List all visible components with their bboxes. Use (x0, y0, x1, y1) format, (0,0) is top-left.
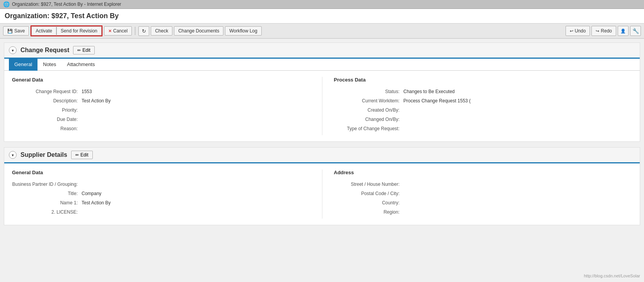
address-title: Address (334, 170, 632, 177)
toolbar-separator-1 (135, 27, 135, 35)
change-request-header: Change Request Edit (4, 43, 640, 59)
page-title: Organization: $927, Test Action By (5, 12, 119, 20)
supplier-details-section: Supplier Details Edit General Data Busin… (4, 147, 640, 225)
refresh-icon (142, 28, 146, 34)
field-status: Status: Changes to Be Executed (334, 89, 632, 94)
activate-button[interactable]: Activate (31, 26, 56, 36)
street-house-label: Street / House Number: (334, 182, 404, 187)
change-request-general-data: General Data Change Request ID: 1553 Des… (12, 77, 310, 135)
change-request-edit-button[interactable]: Edit (73, 46, 95, 54)
user-button[interactable] (618, 26, 629, 36)
save-icon (7, 28, 13, 34)
chevron-down-icon-2 (11, 153, 15, 157)
current-workitem-value: Process Change Request 1553 ( (404, 98, 471, 104)
changed-on-by-label: Changed On/By: (334, 117, 404, 122)
change-request-section: Change Request Edit General Notes Attach… (4, 42, 640, 142)
highlighted-button-group: Activate Send for Revision (31, 25, 102, 36)
browser-icon: 🌐 (3, 1, 10, 7)
change-request-form: General Data Change Request ID: 1553 Des… (4, 71, 640, 141)
save-button[interactable]: Save (3, 26, 29, 36)
undo-icon (570, 28, 573, 34)
refresh-button[interactable] (138, 26, 149, 36)
status-value: Changes to Be Executed (404, 89, 455, 94)
field-region: Region: (334, 209, 632, 215)
license-label: 2. LICENSE: (12, 209, 82, 215)
description-label: Description: (12, 98, 82, 104)
field-due-date: Due Date: (12, 117, 310, 122)
pencil-icon-2 (75, 152, 79, 158)
field-postal-code-city: Postal Code / City: (334, 191, 632, 196)
field-current-workitem: Current Workitem: Process Change Request… (334, 98, 632, 104)
process-data-title: Process Data (334, 77, 632, 84)
browser-title-bar: 🌐 Organization: $927, Test Action By - I… (0, 0, 644, 9)
status-label: Status: (334, 89, 404, 94)
settings-button[interactable]: 🔧 (630, 26, 641, 36)
general-data-title: General Data (12, 77, 310, 84)
tab-general[interactable]: General (9, 59, 37, 71)
due-date-label: Due Date: (12, 117, 82, 122)
title-value: Company (82, 191, 101, 196)
send-for-revision-button[interactable]: Send for Revision (56, 26, 102, 36)
field-changed-on-by: Changed On/By: (334, 117, 632, 122)
field-created-on-by: Created On/By: (334, 107, 632, 113)
redo-button[interactable]: Redo (591, 26, 616, 36)
field-change-request-id: Change Request ID: 1553 (12, 89, 310, 94)
field-name-1: Name 1: Test Action By (12, 200, 310, 206)
change-request-id-label: Change Request ID: (12, 89, 82, 94)
change-request-process-data: Process Data Status: Changes to Be Execu… (334, 77, 632, 135)
cancel-icon (108, 28, 112, 34)
reason-label: Reason: (12, 126, 82, 131)
tab-attachments[interactable]: Attachments (61, 59, 100, 71)
description-value: Test Action By (82, 98, 111, 104)
main-content: Change Request Edit General Notes Attach… (0, 39, 644, 234)
field-priority: Priority: (12, 107, 310, 113)
change-documents-button[interactable]: Change Documents (174, 26, 223, 36)
change-request-tabs: General Notes Attachments (4, 59, 640, 71)
change-request-id-value: 1553 (82, 89, 92, 94)
field-description: Description: Test Action By (12, 98, 310, 104)
supplier-details-title: Supplier Details (20, 151, 67, 158)
page-title-bar: Organization: $927, Test Action By (0, 9, 644, 24)
postal-code-city-label: Postal Code / City: (334, 191, 404, 196)
bp-id-grouping-label: Business Partner ID / Grouping: (12, 182, 82, 187)
cancel-button[interactable]: Cancel (104, 26, 132, 36)
field-reason: Reason: (12, 126, 310, 131)
check-button[interactable]: Check (151, 26, 172, 36)
field-license: 2. LICENSE: (12, 209, 310, 215)
undo-button[interactable]: Undo (566, 26, 590, 36)
field-title: Title: Company (12, 191, 310, 196)
priority-label: Priority: (12, 107, 82, 113)
supplier-address: Address Street / House Number: Postal Co… (334, 170, 632, 219)
supplier-general-data: General Data Business Partner ID / Group… (12, 170, 310, 219)
settings-icon: 🔧 (632, 28, 639, 34)
type-of-change-request-label: Type of Change Request: (334, 126, 404, 131)
country-label: Country: (334, 200, 404, 206)
redo-icon (596, 28, 599, 34)
change-request-collapse-btn[interactable] (9, 46, 17, 54)
toolbar-right: Undo Redo 🔧 (566, 26, 641, 36)
name-1-label: Name 1: (12, 200, 82, 206)
change-request-title: Change Request (20, 47, 69, 54)
region-label: Region: (334, 209, 404, 215)
field-country: Country: (334, 200, 632, 206)
field-bp-id-grouping: Business Partner ID / Grouping: (12, 182, 310, 187)
name-1-value: Test Action By (82, 200, 111, 206)
pencil-icon (77, 48, 81, 53)
browser-title: Organization: $927, Test Action By - Int… (12, 2, 121, 7)
supplier-details-collapse-btn[interactable] (9, 151, 17, 159)
chevron-down-icon (11, 48, 15, 53)
created-on-by-label: Created On/By: (334, 107, 404, 113)
title-label: Title: (12, 191, 82, 196)
user-icon (620, 28, 626, 34)
field-street-house: Street / House Number: (334, 182, 632, 187)
supplier-general-data-title: General Data (12, 170, 310, 177)
form-divider-1 (322, 77, 322, 135)
toolbar: Save Activate Send for Revision Cancel C… (0, 24, 644, 39)
field-type-of-change-request: Type of Change Request: (334, 126, 632, 131)
supplier-details-header: Supplier Details Edit (4, 148, 640, 163)
supplier-details-edit-button[interactable]: Edit (71, 151, 93, 159)
tab-notes[interactable]: Notes (37, 59, 61, 71)
current-workitem-label: Current Workitem: (334, 98, 404, 104)
form-divider-2 (322, 170, 322, 219)
workflow-log-button[interactable]: Workflow Log (225, 26, 261, 36)
